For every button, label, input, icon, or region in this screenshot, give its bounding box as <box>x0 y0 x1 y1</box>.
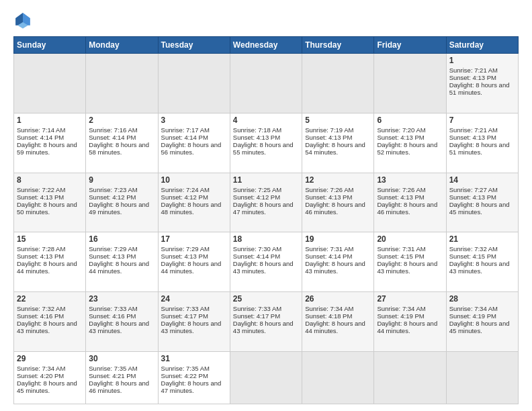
sunset: Sunset: 4:12 PM <box>233 193 280 201</box>
sunset: Sunset: 4:15 PM <box>377 253 424 260</box>
calendar-cell: 5 Sunrise: 7:19 AM Sunset: 4:13 PM Dayli… <box>302 113 374 173</box>
calendar-table: SundayMondayTuesdayWednesdayThursdayFrid… <box>13 36 519 404</box>
calendar-cell: 10 Sunrise: 7:24 AM Sunset: 4:12 PM Dayl… <box>158 173 230 232</box>
daylight: Daylight: 8 hours and 54 minutes. <box>305 141 365 156</box>
sunrise: Sunrise: 7:33 AM <box>233 305 281 312</box>
day-number: 12 <box>305 175 371 185</box>
sunrise: Sunrise: 7:26 AM <box>377 186 425 193</box>
sunset: Sunset: 4:13 PM <box>377 193 424 201</box>
day-number: 27 <box>377 294 443 304</box>
day-number: 6 <box>377 116 443 125</box>
sunset: Sunset: 4:17 PM <box>161 312 208 320</box>
daylight: Daylight: 8 hours and 43 minutes. <box>17 320 77 334</box>
page: SundayMondayTuesdayWednesdayThursdayFrid… <box>0 0 532 411</box>
sunset: Sunset: 4:13 PM <box>377 134 424 141</box>
sunrise: Sunrise: 7:32 AM <box>17 305 65 312</box>
day-number: 17 <box>161 234 227 244</box>
day-number: 25 <box>233 294 299 304</box>
day-number: 21 <box>449 234 515 244</box>
calendar-cell <box>158 54 230 113</box>
calendar-cell: 25 Sunrise: 7:33 AM Sunset: 4:17 PM Dayl… <box>230 292 302 352</box>
calendar-cell: 1 Sunrise: 7:14 AM Sunset: 4:14 PM Dayli… <box>14 113 86 173</box>
daylight: Daylight: 8 hours and 44 minutes. <box>305 320 365 334</box>
sunset: Sunset: 4:12 PM <box>89 193 136 201</box>
sunset: Sunset: 4:13 PM <box>17 193 64 201</box>
sunset: Sunset: 4:14 PM <box>305 253 352 260</box>
day-number: 31 <box>161 354 227 363</box>
sunset: Sunset: 4:13 PM <box>17 253 64 260</box>
calendar-cell: 21 Sunrise: 7:32 AM Sunset: 4:15 PM Dayl… <box>446 232 518 292</box>
calendar-day-header: Wednesday <box>230 37 302 54</box>
calendar-header-row: SundayMondayTuesdayWednesdayThursdayFrid… <box>14 37 519 54</box>
calendar-cell: 1 Sunrise: 7:21 AM Sunset: 4:13 PM Dayli… <box>446 54 518 113</box>
day-number: 9 <box>89 175 154 185</box>
sunrise: Sunrise: 7:32 AM <box>449 245 498 253</box>
day-number: 28 <box>449 294 515 304</box>
calendar-cell: 23 Sunrise: 7:33 AM Sunset: 4:16 PM Dayl… <box>86 292 158 352</box>
sunset: Sunset: 4:12 PM <box>161 193 208 201</box>
calendar-day-header: Tuesday <box>158 37 230 54</box>
sunset: Sunset: 4:13 PM <box>89 253 136 260</box>
calendar-cell: 28 Sunrise: 7:34 AM Sunset: 4:19 PM Dayl… <box>446 292 518 352</box>
day-number: 18 <box>233 234 299 244</box>
day-number: 22 <box>17 294 83 304</box>
day-number: 1 <box>17 116 83 125</box>
daylight: Daylight: 8 hours and 43 minutes. <box>161 320 222 334</box>
sunset: Sunset: 4:14 PM <box>161 134 208 141</box>
daylight: Daylight: 8 hours and 59 minutes. <box>17 141 77 156</box>
day-number: 10 <box>161 175 227 185</box>
sunset: Sunset: 4:18 PM <box>305 312 352 320</box>
calendar-cell: 31 Sunrise: 7:35 AM Sunset: 4:22 PM Dayl… <box>158 351 230 404</box>
day-number: 16 <box>89 234 154 244</box>
day-number: 1 <box>449 56 515 65</box>
sunset: Sunset: 4:16 PM <box>17 312 64 320</box>
sunrise: Sunrise: 7:35 AM <box>161 365 210 372</box>
sunrise: Sunrise: 7:18 AM <box>233 126 281 134</box>
daylight: Daylight: 8 hours and 51 minutes. <box>449 141 510 156</box>
calendar-cell: 22 Sunrise: 7:32 AM Sunset: 4:16 PM Dayl… <box>14 292 86 352</box>
daylight: Daylight: 8 hours and 45 minutes. <box>449 320 510 334</box>
calendar-cell <box>374 54 446 113</box>
daylight: Daylight: 8 hours and 45 minutes. <box>449 201 510 216</box>
sunrise: Sunrise: 7:34 AM <box>449 305 498 312</box>
daylight: Daylight: 8 hours and 44 minutes. <box>161 260 222 275</box>
day-number: 13 <box>377 175 443 185</box>
calendar-cell: 8 Sunrise: 7:22 AM Sunset: 4:13 PM Dayli… <box>14 173 86 232</box>
daylight: Daylight: 8 hours and 49 minutes. <box>89 201 149 216</box>
sunrise: Sunrise: 7:17 AM <box>161 126 210 134</box>
calendar-day-header: Monday <box>86 37 158 54</box>
day-number: 15 <box>17 234 83 244</box>
sunrise: Sunrise: 7:23 AM <box>89 186 137 193</box>
calendar-cell: 15 Sunrise: 7:28 AM Sunset: 4:13 PM Dayl… <box>14 232 86 292</box>
sunset: Sunset: 4:15 PM <box>449 253 496 260</box>
daylight: Daylight: 8 hours and 50 minutes. <box>17 201 77 216</box>
calendar-day-header: Friday <box>374 37 446 54</box>
calendar-cell: 16 Sunrise: 7:29 AM Sunset: 4:13 PM Dayl… <box>86 232 158 292</box>
sunrise: Sunrise: 7:25 AM <box>233 186 281 193</box>
day-number: 2 <box>89 116 154 125</box>
sunrise: Sunrise: 7:35 AM <box>89 365 137 372</box>
sunset: Sunset: 4:13 PM <box>305 134 352 141</box>
calendar-day-header: Saturday <box>446 37 518 54</box>
day-number: 11 <box>233 175 299 185</box>
sunset: Sunset: 4:14 PM <box>233 253 280 260</box>
calendar-cell: 27 Sunrise: 7:34 AM Sunset: 4:19 PM Dayl… <box>374 292 446 352</box>
day-number: 4 <box>233 116 299 125</box>
daylight: Daylight: 8 hours and 47 minutes. <box>233 201 294 216</box>
calendar-cell: 13 Sunrise: 7:26 AM Sunset: 4:13 PM Dayl… <box>374 173 446 232</box>
calendar-cell <box>446 351 518 404</box>
sunset: Sunset: 4:20 PM <box>17 372 64 379</box>
sunrise: Sunrise: 7:31 AM <box>377 245 425 253</box>
daylight: Daylight: 8 hours and 52 minutes. <box>377 141 437 156</box>
sunrise: Sunrise: 7:33 AM <box>161 305 210 312</box>
daylight: Daylight: 8 hours and 44 minutes. <box>17 260 77 275</box>
sunrise: Sunrise: 7:21 AM <box>449 66 498 74</box>
sunrise: Sunrise: 7:28 AM <box>17 245 65 253</box>
calendar-cell <box>374 351 446 404</box>
daylight: Daylight: 8 hours and 43 minutes. <box>305 260 365 275</box>
calendar-cell: 19 Sunrise: 7:31 AM Sunset: 4:14 PM Dayl… <box>302 232 374 292</box>
calendar-cell: 24 Sunrise: 7:33 AM Sunset: 4:17 PM Dayl… <box>158 292 230 352</box>
calendar-cell: 26 Sunrise: 7:34 AM Sunset: 4:18 PM Dayl… <box>302 292 374 352</box>
calendar-cell: 29 Sunrise: 7:34 AM Sunset: 4:20 PM Dayl… <box>14 351 86 404</box>
day-number: 29 <box>17 354 83 363</box>
